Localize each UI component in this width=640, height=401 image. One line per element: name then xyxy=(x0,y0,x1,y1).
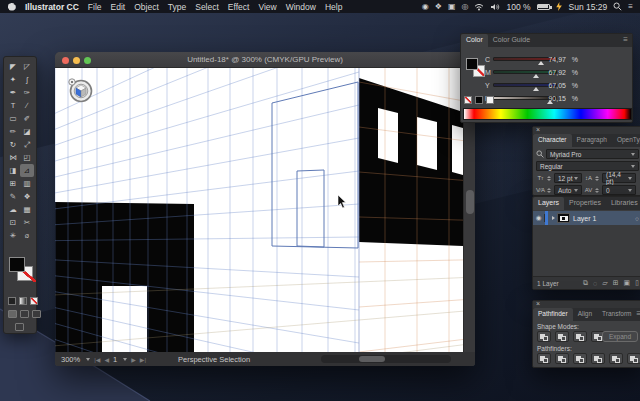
width-tool[interactable]: ⋈ xyxy=(6,151,20,164)
layer-target-icon[interactable]: ○ xyxy=(635,215,639,222)
paintbrush-tool[interactable]: ✐ xyxy=(20,112,34,125)
zoom-tool[interactable]: ⌀ xyxy=(20,229,34,242)
swatch-white[interactable] xyxy=(486,96,494,104)
zoom-dropdown-icon[interactable] xyxy=(86,358,90,361)
type-tool[interactable]: T xyxy=(6,99,20,112)
last-artboard-button[interactable]: ▶| xyxy=(140,356,146,363)
clipping-mask-icon[interactable]: ▱ xyxy=(602,279,607,287)
scale-tool[interactable]: ⤢ xyxy=(20,138,34,151)
vertical-scrollbar-thumb[interactable] xyxy=(466,190,474,214)
pathfinder-button-6[interactable] xyxy=(627,353,640,364)
hand-tool[interactable]: ✳ xyxy=(6,229,20,242)
pathfinder-button-3[interactable] xyxy=(573,353,587,364)
kerning-stepper[interactable] xyxy=(547,188,551,193)
blend-tool[interactable]: ❖ xyxy=(20,190,34,203)
menu-help[interactable]: Help xyxy=(325,2,342,12)
font-size-stepper[interactable] xyxy=(547,176,551,181)
curvature-tool[interactable]: ✑ xyxy=(20,86,34,99)
swatch-black[interactable] xyxy=(475,96,483,104)
notification-center-icon[interactable]: ≡ xyxy=(628,3,633,11)
tab-color[interactable]: Color xyxy=(461,34,488,47)
leading-field[interactable]: (14,4 pt) xyxy=(602,173,636,183)
swatch-none[interactable] xyxy=(464,96,472,104)
none-mode-button[interactable] xyxy=(30,297,38,305)
tab-opentype[interactable]: OpenType xyxy=(612,134,640,147)
tab-align[interactable]: Align xyxy=(573,308,597,321)
pathfinder-button-5[interactable] xyxy=(609,353,623,364)
volume-icon[interactable] xyxy=(490,3,500,11)
pen-tool[interactable]: ✒ xyxy=(6,86,20,99)
slider-value[interactable]: 74,97 xyxy=(536,56,566,63)
tracking-stepper[interactable] xyxy=(595,188,599,193)
tab-transform[interactable]: Transform xyxy=(597,308,636,321)
window-titlebar[interactable]: Untitled-18* @ 300% (CMYK/GPU Preview) xyxy=(55,52,475,68)
screen-record-icon[interactable]: ◉ xyxy=(422,3,429,11)
gradient-mode-button[interactable] xyxy=(19,297,27,305)
new-layer-icon[interactable]: ▣ xyxy=(624,279,631,287)
menu-select[interactable]: Select xyxy=(195,2,219,12)
menu-object[interactable]: Object xyxy=(134,2,159,12)
dropbox-icon[interactable]: ❖ xyxy=(435,3,442,11)
symbol-sprayer-tool[interactable]: ☁ xyxy=(6,203,20,216)
artboard-dropdown-icon[interactable] xyxy=(123,358,127,361)
close-panel-icon[interactable]: × xyxy=(536,300,540,307)
locate-object-icon[interactable]: ◌ xyxy=(593,280,597,287)
spotlight-icon[interactable] xyxy=(613,2,622,11)
menu-edit[interactable]: Edit xyxy=(111,2,126,12)
rotate-tool[interactable]: ↻ xyxy=(6,138,20,151)
artboard-number[interactable]: 1 xyxy=(113,355,117,364)
layer-visibility-icon[interactable]: ◉ xyxy=(533,214,545,222)
draw-inside-button[interactable] xyxy=(32,310,41,318)
shape-builder-tool[interactable]: ◨ xyxy=(6,164,20,177)
left-building-door[interactable] xyxy=(102,286,147,352)
free-transform-tool[interactable]: ◰ xyxy=(20,151,34,164)
artboard-canvas[interactable] xyxy=(55,68,463,352)
line-segment-tool[interactable]: ∕ xyxy=(20,99,34,112)
leading-stepper[interactable] xyxy=(595,176,599,181)
first-artboard-button[interactable]: |◀ xyxy=(94,356,100,363)
draw-behind-button[interactable] xyxy=(20,310,29,318)
screen-mode-button[interactable] xyxy=(15,323,24,331)
horizontal-scrollbar[interactable] xyxy=(321,355,451,363)
direct-selection-tool[interactable]: ◸ xyxy=(20,60,34,73)
layer-row[interactable]: ◉ Layer 1 ○ xyxy=(533,211,640,225)
new-sublayer-icon[interactable]: ⊞ xyxy=(613,279,619,287)
expand-button[interactable]: Expand xyxy=(602,331,638,342)
graph-tool[interactable]: ▦ xyxy=(20,203,34,216)
color-panel-menu-icon[interactable]: ≡ xyxy=(623,34,632,47)
apple-menu-icon[interactable] xyxy=(8,3,16,11)
kerning-field[interactable]: Auto xyxy=(554,185,582,195)
tab-layers[interactable]: Layers xyxy=(533,197,564,210)
utility-app-icon[interactable]: ▣ xyxy=(448,3,456,11)
tab-properties[interactable]: Properties xyxy=(564,197,606,210)
eyedropper-tool[interactable]: ✎ xyxy=(6,190,20,203)
pathfinder-button-4[interactable] xyxy=(591,353,605,364)
menu-effect[interactable]: Effect xyxy=(228,2,250,12)
next-artboard-button[interactable]: ▶ xyxy=(131,356,136,363)
artboard-tool[interactable]: ⊡ xyxy=(6,216,20,229)
close-panel-icon[interactable]: × xyxy=(536,126,540,133)
tab-pathfinder[interactable]: Pathfinder xyxy=(533,308,573,321)
tab-paragraph[interactable]: Paragraph xyxy=(572,134,612,147)
menu-window[interactable]: Window xyxy=(286,2,316,12)
zoom-level[interactable]: 300% xyxy=(61,355,80,364)
tab-color-guide[interactable]: Color Guide xyxy=(488,34,535,47)
menu-view[interactable]: View xyxy=(258,2,276,12)
draw-normal-button[interactable] xyxy=(8,310,17,318)
rectangle-tool[interactable]: ▭ xyxy=(6,112,20,125)
gradient-tool[interactable]: ▥ xyxy=(20,177,34,190)
color-spectrum-bar[interactable] xyxy=(463,108,632,120)
lasso-tool[interactable]: ʃ xyxy=(20,73,34,86)
round-app-icon[interactable]: ◎ xyxy=(461,3,468,11)
collect-export-icon[interactable]: ⧉ xyxy=(583,279,588,287)
magic-wand-tool[interactable]: ✦ xyxy=(6,73,20,86)
pathfinder-button-2[interactable] xyxy=(555,353,569,364)
fill-stroke-proxy[interactable] xyxy=(4,253,38,293)
font-size-field[interactable]: 12 pt xyxy=(554,173,582,183)
pathfinder-panel-menu-icon[interactable]: ≡ xyxy=(636,308,640,321)
pencil-tool[interactable]: ✏ xyxy=(6,125,20,138)
perspective-grid-tool[interactable]: ⊿ xyxy=(20,164,34,177)
wifi-icon[interactable] xyxy=(474,3,484,11)
shape-mode-button-3[interactable] xyxy=(573,331,587,342)
app-menu-title[interactable]: Illustrator CC xyxy=(25,2,79,12)
